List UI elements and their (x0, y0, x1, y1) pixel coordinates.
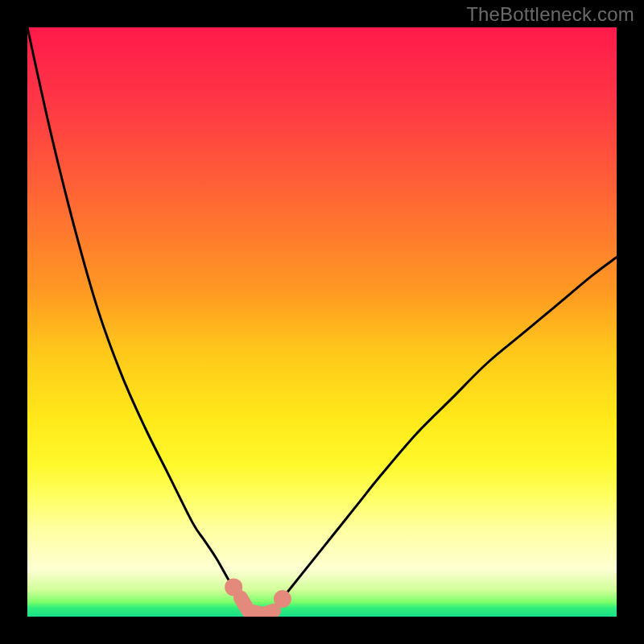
watermark-text: TheBottleneck.com (466, 3, 634, 26)
bottleneck-chart (27, 27, 617, 617)
highlight-dot-right (274, 590, 291, 608)
chart-background-gradient (27, 27, 617, 617)
chart-svg (27, 27, 617, 617)
highlight-dot-left (225, 578, 242, 596)
